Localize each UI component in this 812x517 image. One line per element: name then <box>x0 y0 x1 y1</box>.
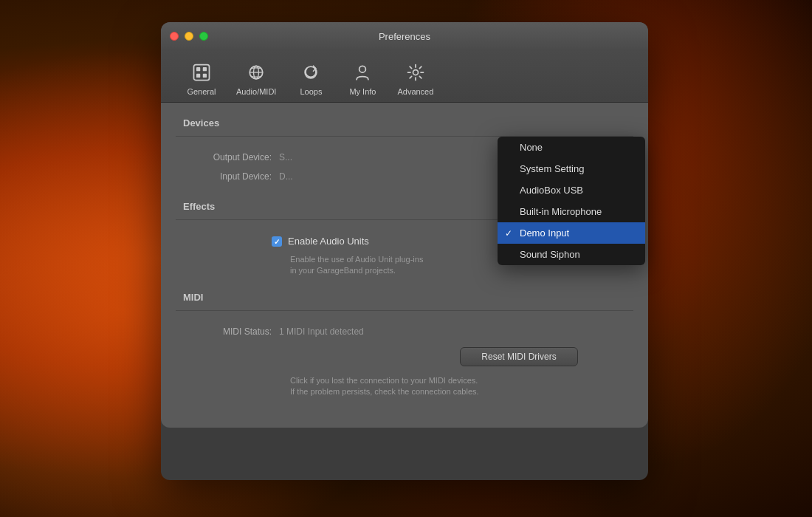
loops-icon <box>299 61 323 84</box>
general-label: General <box>187 87 216 96</box>
toolbar-item-advanced[interactable]: Advanced <box>388 56 442 102</box>
enable-audio-units-label: Enable Audio Units <box>288 236 369 247</box>
dropdown-audiobox-usb-label: AudioBox USB <box>520 185 583 196</box>
midi-section: MIDI MIDI Status: 1 MIDI Input detected … <box>161 292 648 413</box>
svg-point-9 <box>359 66 366 72</box>
effects-help-line1: Enable the use of Audio Unit plug-ins <box>290 255 423 264</box>
enable-audio-units-checkbox[interactable]: ✓ <box>272 236 282 247</box>
midi-status-value: 1 MIDI Input detected <box>279 326 364 337</box>
svg-rect-0 <box>194 65 210 81</box>
close-button[interactable] <box>170 32 179 41</box>
preferences-window: Preferences General <box>161 22 648 480</box>
titlebar: Preferences <box>161 22 648 50</box>
midi-title: MIDI <box>161 292 648 310</box>
my-info-label: My Info <box>349 87 376 96</box>
dropdown-built-in-mic-label: Built-in Microphone <box>520 206 602 217</box>
output-device-label: Output Device: <box>183 152 272 162</box>
midi-help-line2: If the problem persists, check the conne… <box>290 387 479 396</box>
dropdown-none-label: None <box>520 142 543 153</box>
dropdown-demo-input-label: Demo Input <box>520 227 569 239</box>
toolbar: General Audio/MIDI <box>161 50 648 103</box>
audio-midi-label: Audio/MIDI <box>236 87 276 96</box>
midi-status-label: MIDI Status: <box>183 326 272 337</box>
input-device-label: Input Device: <box>183 171 272 182</box>
toolbar-item-audio-midi[interactable]: Audio/MIDI <box>227 56 285 102</box>
checkbox-check-icon: ✓ <box>274 238 280 246</box>
midi-help-line1: Click if you lost the connection to your… <box>290 376 478 385</box>
toolbar-item-general[interactable]: General <box>176 56 227 102</box>
minimize-button[interactable] <box>185 32 193 41</box>
advanced-icon <box>404 61 427 84</box>
dropdown-item-demo-input[interactable]: ✓ Demo Input <box>498 222 645 244</box>
input-device-value: D... <box>279 171 293 182</box>
svg-rect-1 <box>196 67 200 71</box>
window-title: Preferences <box>379 31 430 42</box>
toolbar-item-my-info[interactable]: My Info <box>337 56 388 102</box>
general-icon <box>190 61 213 84</box>
dropdown-system-setting-label: System Setting <box>520 163 584 174</box>
dropdown-item-sound-siphon[interactable]: Sound Siphon <box>498 244 645 265</box>
traffic-lights <box>170 32 208 41</box>
effects-help-line2: in your GarageBand projects. <box>290 266 396 275</box>
svg-rect-2 <box>203 67 207 71</box>
audio-midi-icon <box>244 61 268 84</box>
reset-btn-row: Reset MIDI Drivers <box>161 341 648 372</box>
dropdown-sound-siphon-label: Sound Siphon <box>520 249 580 260</box>
devices-title: Devices <box>161 117 648 136</box>
midi-divider <box>176 310 633 311</box>
input-device-dropdown: None System Setting AudioBox USB Built-i… <box>498 137 645 265</box>
loops-label: Loops <box>300 87 322 96</box>
dropdown-item-none[interactable]: None <box>498 137 645 158</box>
dropdown-item-audiobox-usb[interactable]: AudioBox USB <box>498 179 645 201</box>
midi-status-row: MIDI Status: 1 MIDI Input detected <box>161 322 648 341</box>
checkmark-icon: ✓ <box>505 228 512 239</box>
reset-midi-button[interactable]: Reset MIDI Drivers <box>460 347 578 366</box>
output-device-value: S... <box>279 152 292 162</box>
svg-point-10 <box>413 70 418 75</box>
advanced-label: Advanced <box>397 87 433 96</box>
my-info-icon <box>351 61 374 84</box>
dropdown-item-system-setting[interactable]: System Setting <box>498 158 645 179</box>
toolbar-item-loops[interactable]: Loops <box>285 56 337 102</box>
maximize-button[interactable] <box>199 32 208 41</box>
svg-rect-3 <box>196 74 200 78</box>
dropdown-item-built-in-mic[interactable]: Built-in Microphone <box>498 201 645 222</box>
svg-rect-4 <box>203 74 207 78</box>
midi-help-text: Click if you lost the connection to your… <box>161 372 648 398</box>
